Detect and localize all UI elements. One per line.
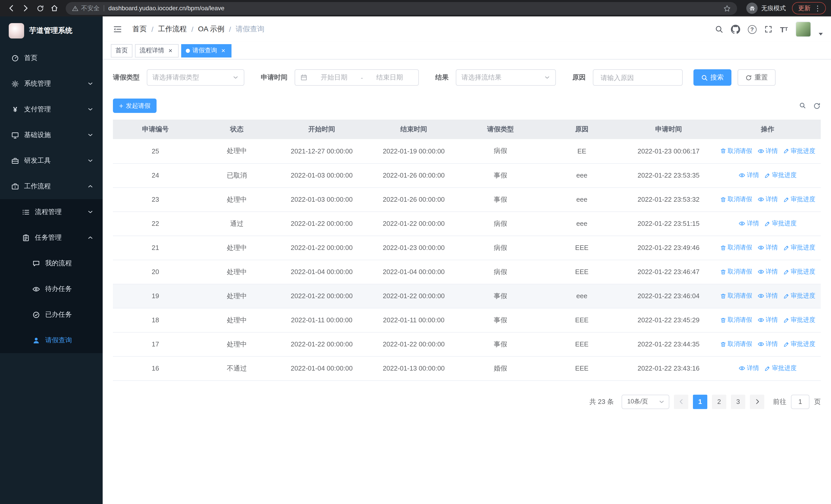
detail-link[interactable]: 详情 bbox=[757, 243, 778, 252]
sidebar-item-label: 工作流程 bbox=[24, 182, 51, 191]
address-bar[interactable]: 不安全 dashboard.yudao.iocoder.cn/bpm/oa/le… bbox=[66, 2, 737, 14]
page-button-3[interactable]: 3 bbox=[731, 394, 745, 409]
detail-link[interactable]: 详情 bbox=[739, 219, 759, 228]
detail-link[interactable]: 详情 bbox=[757, 340, 778, 349]
approval-progress-link[interactable]: 审批进度 bbox=[783, 267, 815, 276]
breadcrumb-separator: / bbox=[151, 25, 153, 33]
approval-progress-link[interactable]: 审批进度 bbox=[783, 292, 815, 300]
sidebar-item-done-tasks[interactable]: 已办任务 bbox=[0, 302, 103, 327]
goto-page-input[interactable] bbox=[791, 394, 809, 409]
approval-progress-link[interactable]: 审批进度 bbox=[783, 195, 815, 204]
sidebar-item-leave-query[interactable]: 请假查询 bbox=[0, 327, 103, 353]
cell-status: 通过 bbox=[198, 211, 276, 236]
bookmark-star-icon[interactable] bbox=[723, 4, 731, 12]
detail-link[interactable]: 详情 bbox=[757, 316, 778, 324]
user-menu-caret-icon[interactable] bbox=[819, 33, 823, 35]
home-icon[interactable] bbox=[48, 2, 61, 14]
page-buttons: 123 bbox=[693, 394, 745, 409]
tab-leave-query[interactable]: 请假查询× bbox=[181, 44, 231, 57]
search-button[interactable]: 搜索 bbox=[693, 69, 732, 86]
refresh-table-icon[interactable] bbox=[813, 102, 821, 110]
cancel-leave-link[interactable]: 取消请假 bbox=[720, 243, 752, 252]
leave-type-select[interactable]: 请选择请假类型 bbox=[147, 69, 244, 86]
fullscreen-icon[interactable] bbox=[764, 25, 772, 33]
sidebar-item-dev-tools[interactable]: 研发工具 bbox=[0, 148, 103, 174]
update-button[interactable]: 更新 ⋮ bbox=[792, 2, 826, 14]
tab-home[interactable]: 首页 bbox=[111, 44, 133, 57]
forward-icon[interactable] bbox=[20, 2, 32, 14]
page-size-select[interactable]: 10条/页 bbox=[622, 394, 669, 409]
todo-tasks-icon bbox=[32, 285, 40, 293]
table-row: 23处理中2022-01-03 00:00:002022-01-26 00:00… bbox=[113, 187, 821, 211]
sidebar-item-task-management[interactable]: 任务管理 bbox=[0, 225, 103, 250]
cell-apply-time: 2022-01-23 00:06:17 bbox=[623, 139, 715, 163]
detail-link[interactable]: 详情 bbox=[757, 292, 778, 300]
reload-icon[interactable] bbox=[34, 2, 46, 14]
pagination: 共 23 条 10条/页 123 前往 页 bbox=[113, 394, 821, 409]
user-avatar[interactable] bbox=[796, 22, 811, 37]
cell-leave-type: 事假 bbox=[460, 187, 541, 211]
page-button-2[interactable]: 2 bbox=[712, 394, 726, 409]
tab-close-icon[interactable]: × bbox=[167, 47, 174, 54]
sidebar-item-my-process[interactable]: 我的流程 bbox=[0, 250, 103, 276]
detail-link[interactable]: 详情 bbox=[757, 267, 778, 276]
column-header: 申请时间 bbox=[623, 120, 715, 139]
sidebar-item-infrastructure[interactable]: 基础设施 bbox=[0, 122, 103, 148]
next-page-button[interactable] bbox=[750, 394, 764, 409]
tab-process-detail[interactable]: 流程详情× bbox=[135, 44, 179, 57]
cancel-leave-link[interactable]: 取消请假 bbox=[720, 340, 752, 349]
page-unit: 页 bbox=[814, 397, 821, 406]
sidebar-item-workflow[interactable]: 工作流程 bbox=[0, 174, 103, 199]
cell-leave-type: 事假 bbox=[460, 163, 541, 187]
approval-progress-link[interactable]: 审批进度 bbox=[764, 171, 797, 180]
approval-progress-link[interactable]: 审批进度 bbox=[783, 340, 815, 349]
breadcrumb-item[interactable]: 工作流程 bbox=[158, 25, 187, 34]
cell-id: 17 bbox=[113, 332, 198, 356]
breadcrumb-item[interactable]: OA 示例 bbox=[198, 25, 225, 34]
chevron-down-icon bbox=[87, 132, 93, 138]
cancel-leave-link[interactable]: 取消请假 bbox=[720, 195, 752, 204]
tab-close-icon[interactable]: × bbox=[220, 47, 227, 54]
breadcrumb-item[interactable]: 首页 bbox=[133, 25, 147, 34]
detail-link[interactable]: 详情 bbox=[739, 171, 759, 180]
approval-progress-link[interactable]: 审批进度 bbox=[783, 243, 815, 252]
toggle-search-icon[interactable] bbox=[799, 102, 806, 110]
browser-menu-icon[interactable]: ⋮ bbox=[813, 4, 822, 12]
search-icon[interactable] bbox=[715, 25, 723, 33]
sidebar-item-payment-management[interactable]: ¥支付管理 bbox=[0, 96, 103, 122]
font-size-icon[interactable]: TT bbox=[780, 25, 788, 33]
menu-fold-icon[interactable] bbox=[110, 25, 125, 34]
approval-progress-link[interactable]: 审批进度 bbox=[783, 316, 815, 324]
sidebar-item-process-management[interactable]: 流程管理 bbox=[0, 199, 103, 225]
approval-progress-link[interactable]: 审批进度 bbox=[783, 147, 815, 155]
cancel-leave-link[interactable]: 取消请假 bbox=[720, 292, 752, 300]
github-icon[interactable] bbox=[730, 25, 740, 34]
approval-progress-link[interactable]: 审批进度 bbox=[764, 364, 797, 373]
cell-status: 已取消 bbox=[198, 163, 276, 187]
column-header: 请假类型 bbox=[460, 120, 541, 139]
reason-input[interactable] bbox=[600, 73, 676, 82]
create-leave-button[interactable]: + 发起请假 bbox=[113, 98, 156, 113]
cancel-leave-link[interactable]: 取消请假 bbox=[720, 147, 752, 155]
back-icon[interactable] bbox=[5, 2, 18, 14]
sidebar-item-todo-tasks[interactable]: 待办任务 bbox=[0, 276, 103, 302]
sidebar-item-home[interactable]: 首页 bbox=[0, 45, 103, 71]
cell-id: 24 bbox=[113, 163, 198, 187]
cancel-leave-link[interactable]: 取消请假 bbox=[720, 267, 752, 276]
cell-start-time: 2022-01-11 00:00:00 bbox=[276, 308, 368, 332]
result-select[interactable]: 请选择流结果 bbox=[456, 69, 556, 86]
security-warning[interactable]: 不安全 bbox=[72, 4, 99, 12]
reset-button[interactable]: 重置 bbox=[738, 69, 776, 86]
detail-link[interactable]: 详情 bbox=[757, 147, 778, 155]
prev-page-button[interactable] bbox=[674, 394, 688, 409]
help-icon[interactable]: ? bbox=[748, 25, 756, 34]
apply-time-range-picker[interactable]: 开始日期 - 结束日期 bbox=[295, 69, 419, 86]
detail-link[interactable]: 详情 bbox=[739, 364, 759, 373]
approval-progress-link[interactable]: 审批进度 bbox=[764, 219, 797, 228]
cell-operations: 详情审批进度 bbox=[715, 356, 821, 380]
cell-id: 18 bbox=[113, 308, 198, 332]
page-button-1[interactable]: 1 bbox=[693, 394, 707, 409]
sidebar-item-system-management[interactable]: 系统管理 bbox=[0, 71, 103, 96]
detail-link[interactable]: 详情 bbox=[757, 195, 778, 204]
cancel-leave-link[interactable]: 取消请假 bbox=[720, 316, 752, 324]
